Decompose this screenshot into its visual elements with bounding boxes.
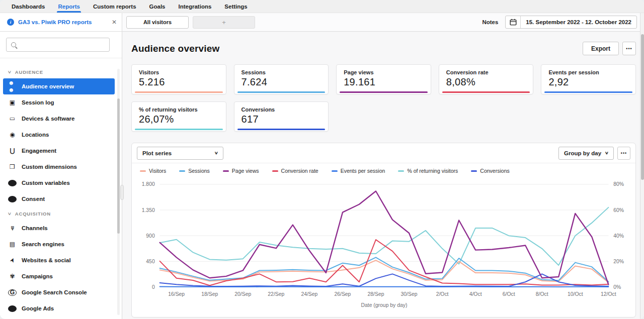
sidebar-item-devices-software[interactable]: ▭Devices & software — [3, 111, 115, 127]
metric-accent-bar — [135, 129, 223, 130]
metric-cards-row-2: % of returning visitors26,07%Conversions… — [131, 101, 636, 132]
date-range-label[interactable]: 15. September 2022 - 12. October 2022 — [521, 16, 636, 28]
sidebar-section-label: AUDIENCE — [15, 69, 43, 75]
metric-accent-bar — [237, 91, 326, 93]
channels-icon: ⋔ — [8, 225, 17, 232]
group-by-dropdown[interactable]: Group by day ∨ — [558, 147, 614, 160]
legend-item-events-per-session[interactable]: Events per session — [332, 168, 385, 174]
sidebar-item-search-engines[interactable]: ▤Search engines — [3, 236, 115, 252]
close-icon[interactable]: ✕ — [112, 19, 117, 25]
plot-series-dropdown[interactable]: Plot series ∨ — [137, 147, 223, 160]
segment-all-visitors[interactable]: All visitors — [126, 16, 189, 29]
window-scrollbar-thumb[interactable] — [641, 34, 644, 180]
sidebar-item-audience-overview[interactable]: ☻☻Audience overview — [3, 78, 115, 94]
chevron-down-icon: ∨ — [605, 151, 609, 155]
sidebar-item-label: Google Search Console — [22, 289, 87, 295]
metric-card-page-views[interactable]: Page views19.161 — [336, 64, 431, 94]
metric-value: 19.161 — [344, 76, 424, 88]
legend-label: Sessions — [188, 168, 210, 174]
gads-icon: ▲ — [8, 305, 17, 312]
chevron-down-icon: ∨ — [8, 211, 12, 216]
sidebar-item-session-log[interactable]: ▣Session log — [3, 94, 115, 111]
metric-value: 617 — [242, 114, 321, 125]
sidebar-resize-handle[interactable] — [120, 185, 124, 200]
sidebar-item-label: Devices & software — [22, 116, 74, 122]
export-button[interactable]: Export — [583, 42, 619, 55]
legend-item-conversions[interactable]: Conversions — [471, 168, 509, 174]
sidebar-item-websites-social[interactable]: ➤Websites & social — [3, 252, 115, 268]
legend-label: Conversions — [480, 168, 509, 174]
series-line--of-returning-visitors[interactable] — [160, 207, 609, 265]
search-box[interactable] — [6, 38, 110, 52]
sidebar-scrollbar[interactable] — [117, 69, 120, 315]
top-nav-item-goals[interactable]: Goals — [143, 0, 172, 13]
group-by-label: Group by day — [564, 150, 601, 156]
svg-text:8/Oct: 8/Oct — [536, 291, 548, 297]
metric-value: 7.624 — [242, 76, 321, 88]
sidebar-section-acquisition[interactable]: ∨ACQUISITION — [3, 207, 115, 220]
metric-cards-row-1: Visitors5.216Sessions7.624Page views19.1… — [131, 64, 636, 94]
campaigns-icon: ✾ — [8, 273, 17, 280]
sidebar-item-custom-variables[interactable]: ✕Custom variables — [3, 175, 115, 191]
more-options-icon[interactable]: ••• — [622, 42, 636, 55]
websites-icon: ➤ — [8, 255, 18, 265]
svg-text:26/Sep: 26/Sep — [334, 291, 351, 297]
svg-text:2/Oct: 2/Oct — [436, 291, 449, 297]
metric-card-conversion-rate[interactable]: Conversion rate8,08% — [439, 64, 534, 94]
metric-label: Conversions — [242, 107, 321, 113]
report-set-header: i GA3 vs. Piwik PRO reports ✕ — [0, 13, 122, 31]
metric-card-events-per-session[interactable]: Events per session2,92 — [541, 64, 636, 94]
segments-toolbar: All visitors + Notes 15. September 2022 … — [122, 13, 644, 31]
top-nav-item-settings[interactable]: Settings — [218, 0, 254, 13]
sidebar-item-label: Custom dimensions — [22, 164, 77, 170]
date-range-picker[interactable]: 15. September 2022 - 12. October 2022 — [505, 16, 637, 29]
metric-card-visitors[interactable]: Visitors5.216 — [131, 64, 226, 94]
legend-label: Events per session — [341, 168, 385, 174]
line-chart[interactable]: 00%45020%90040%1.35060%1.80080%16/Sep18/… — [132, 176, 635, 317]
sidebar-section-audience[interactable]: ∨AUDIENCE — [3, 65, 115, 78]
search-input[interactable] — [20, 41, 105, 48]
legend-item-sessions[interactable]: Sessions — [179, 168, 210, 174]
window-scrollbar[interactable] — [640, 13, 644, 319]
sidebar-scrollbar-thumb[interactable] — [117, 98, 120, 234]
sidebar-item-locations[interactable]: ◉Locations — [3, 127, 115, 143]
top-nav-item-integrations[interactable]: Integrations — [172, 0, 218, 13]
metric-card-conversions[interactable]: Conversions617 — [234, 101, 329, 132]
top-nav-item-dashboards[interactable]: Dashboards — [5, 0, 51, 13]
svg-text:0%: 0% — [613, 284, 621, 290]
metric-value: 5.216 — [139, 76, 219, 88]
sidebar-item-custom-dimensions[interactable]: ❒Custom dimensions — [3, 159, 115, 175]
svg-text:1.350: 1.350 — [142, 207, 155, 213]
svg-text:20%: 20% — [613, 259, 624, 264]
sidebar-item-google-ads[interactable]: ▲Google Ads — [3, 300, 115, 316]
legend-swatch — [140, 170, 146, 172]
sidebar-item-google-search-console[interactable]: GGoogle Search Console — [3, 284, 115, 300]
chart-more-options-icon[interactable]: ••• — [617, 147, 630, 160]
series-line-page-views[interactable] — [160, 191, 609, 285]
legend-item-visitors[interactable]: Visitors — [140, 168, 166, 174]
metric-card--of-returning-visitors[interactable]: % of returning visitors26,07% — [131, 101, 226, 132]
svg-text:0: 0 — [152, 284, 155, 290]
top-nav: DashboardsReportsCustom reportsGoalsInte… — [0, 0, 644, 13]
notes-button[interactable]: Notes — [482, 19, 498, 25]
legend-label: Page views — [232, 168, 259, 174]
metric-card-sessions[interactable]: Sessions7.624 — [234, 64, 329, 94]
top-nav-item-reports[interactable]: Reports — [51, 0, 86, 13]
sidebar-item-campaigns[interactable]: ✾Campaigns — [3, 268, 115, 284]
sidebar-item-channels[interactable]: ⋔Channels — [3, 220, 115, 236]
legend-item-page-views[interactable]: Page views — [223, 168, 259, 174]
legend-item--of-returning-visitors[interactable]: % of returning visitors — [398, 168, 458, 174]
sidebar-item-engagement[interactable]: ⋃Engagement — [3, 143, 115, 159]
legend-item-conversion-rate[interactable]: Conversion rate — [272, 168, 318, 174]
calendar-icon[interactable] — [506, 16, 521, 28]
sidebar-item-consent[interactable]: ✓Consent — [3, 191, 115, 207]
series-line-sessions[interactable] — [160, 257, 609, 281]
top-nav-item-custom-reports[interactable]: Custom reports — [87, 0, 143, 13]
session-log-icon: ▣ — [8, 99, 17, 106]
report-set-title[interactable]: GA3 vs. Piwik PRO reports — [18, 19, 108, 25]
chart-panel: Plot series ∨ Group by day ∨ ••• Visitor… — [131, 143, 636, 317]
legend-swatch — [398, 170, 404, 172]
metric-label: % of returning visitors — [139, 107, 219, 113]
metric-label: Visitors — [139, 69, 219, 75]
add-segment-button[interactable]: + — [193, 16, 255, 29]
